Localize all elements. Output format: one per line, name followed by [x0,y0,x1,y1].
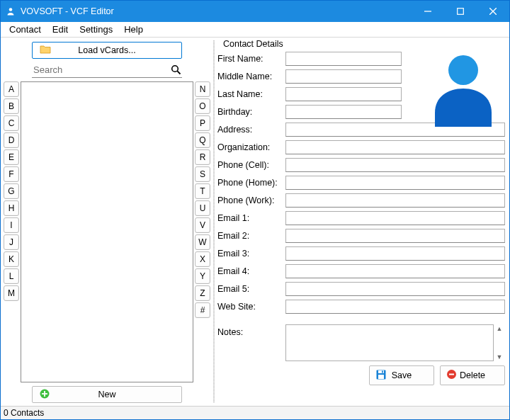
input-website[interactable] [285,300,505,314]
close-button[interactable] [477,1,509,22]
alpha-S[interactable]: S [195,166,210,182]
svg-point-1 [9,8,13,11]
alpha-Q[interactable]: Q [195,132,210,148]
svg-rect-3 [458,8,464,15]
alpha-Z[interactable]: Z [195,285,210,301]
svg-rect-14 [378,375,384,379]
search-input[interactable] [32,63,169,76]
label-middle-name: Middle Name: [217,72,281,81]
alpha-index-right: NOPQRSTUVWXYZ# [195,81,210,382]
alpha-G[interactable]: G [4,183,19,199]
label-phone-work: Phone (Work): [217,195,281,205]
statusbar: 0 Contacts [1,406,509,419]
label-phone-home: Phone (Home): [217,178,281,188]
alpha-I[interactable]: I [4,217,19,233]
search-field [32,62,182,78]
alpha-D[interactable]: D [4,132,19,148]
svg-line-7 [177,71,180,74]
delete-label: Delete [460,370,485,380]
delete-icon [446,369,457,382]
folder-icon [40,45,51,56]
input-middle-name[interactable] [285,69,402,84]
alpha-U[interactable]: U [195,200,210,216]
menu-help[interactable]: Help [118,23,149,36]
input-phone-home[interactable] [285,176,505,190]
alpha-B[interactable]: B [4,98,19,114]
alpha-Y[interactable]: Y [195,268,210,284]
alpha-O[interactable]: O [195,98,210,114]
alpha-A[interactable]: A [4,81,19,97]
label-email4: Email 4: [217,266,281,276]
input-email5[interactable] [285,282,505,296]
input-phone-cell[interactable] [285,158,505,172]
label-email3: Email 3: [217,249,281,259]
input-notes[interactable] [285,324,494,361]
plus-icon [40,389,50,401]
alpha-X[interactable]: X [195,251,210,267]
save-icon [375,369,387,382]
app-icon [5,6,16,17]
contact-details-group: Contact Details First Name: Middle Name:… [217,39,505,403]
input-email2[interactable] [285,229,505,243]
details-legend: Contact Details [222,39,285,49]
label-email2: Email 2: [217,231,281,241]
input-first-name[interactable] [285,52,402,66]
chevron-down-icon: ▼ [497,353,503,361]
window-title: VOVSOFT - VCF Editor [21,6,412,16]
search-icon[interactable] [169,64,182,75]
label-organization: Organization: [217,142,281,152]
notes-scroll-indicator: ▲▼ [494,324,505,361]
label-notes: Notes: [217,324,281,337]
input-last-name[interactable] [285,87,402,101]
alpha-K[interactable]: K [4,251,19,267]
alpha-N[interactable]: N [195,81,210,97]
delete-button[interactable]: Delete [440,365,505,385]
svg-point-0 [5,6,16,17]
alpha-F[interactable]: F [4,166,19,182]
input-organization[interactable] [285,140,505,154]
menu-contact[interactable]: Contact [4,23,47,36]
input-email3[interactable] [285,246,505,261]
label-email5: Email 5: [217,284,281,294]
menubar: Contact Edit Settings Help [1,22,509,38]
alpha-M[interactable]: M [4,285,19,301]
load-vcards-label: Load vCards... [78,45,135,55]
svg-point-11 [448,55,478,85]
main-content: Load vCards... ABCDEFGHIJKLM NOPQRSTUVWX… [1,38,509,406]
maximize-button[interactable] [444,1,477,22]
alpha-L[interactable]: L [4,268,19,284]
list-area: ABCDEFGHIJKLM NOPQRSTUVWXYZ# [4,81,210,382]
input-email1[interactable] [285,211,505,225]
label-email1: Email 1: [217,213,281,223]
alpha-E[interactable]: E [4,149,19,165]
svg-rect-15 [382,370,383,373]
left-pane: Load vCards... ABCDEFGHIJKLM NOPQRSTUVWX… [1,38,213,406]
save-label: Save [392,370,412,380]
load-vcards-button[interactable]: Load vCards... [32,42,182,59]
minimize-button[interactable] [412,1,444,22]
menu-settings[interactable]: Settings [74,23,118,36]
input-phone-work[interactable] [285,193,505,208]
label-phone-cell: Phone (Cell): [217,160,281,170]
menu-edit[interactable]: Edit [47,23,74,36]
alpha-P[interactable]: P [195,115,210,131]
alpha-index-left: ABCDEFGHIJKLM [4,81,19,382]
alpha-H[interactable]: H [4,200,19,216]
contacts-list[interactable] [21,81,193,382]
alpha-R[interactable]: R [195,149,210,165]
alpha-T[interactable]: T [195,183,210,199]
alpha-V[interactable]: V [195,217,210,233]
alpha-C[interactable]: C [4,115,19,131]
svg-point-6 [171,66,178,72]
input-birthday[interactable] [285,105,402,119]
app-window: VOVSOFT - VCF Editor Contact Edit Settin… [0,0,510,420]
chevron-up-icon: ▲ [497,325,503,332]
new-contact-button[interactable]: New [32,386,182,403]
label-last-name: Last Name: [217,89,281,99]
label-website: Web Site: [217,302,281,312]
input-email4[interactable] [285,264,505,278]
alpha-J[interactable]: J [4,234,19,250]
alpha-#[interactable]: # [195,302,210,318]
alpha-W[interactable]: W [195,234,210,250]
save-button[interactable]: Save [369,365,434,385]
